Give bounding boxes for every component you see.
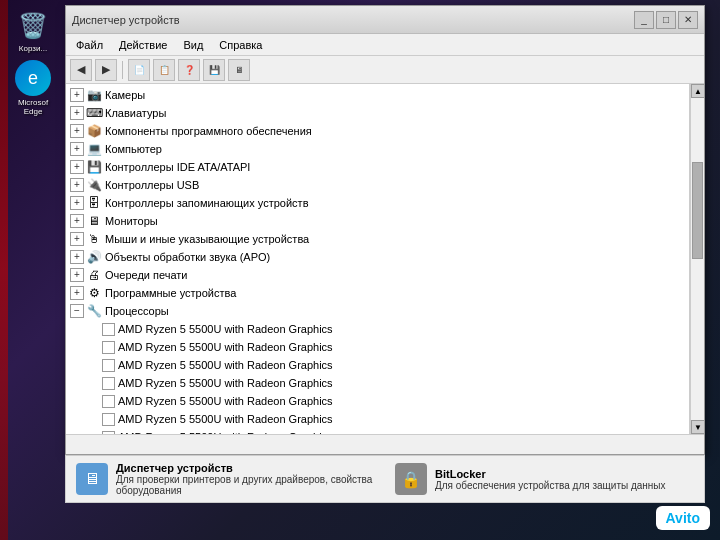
tree-expand-button[interactable]: + (70, 250, 84, 264)
toolbar: ◀ ▶ 📄 📋 ❓ 💾 🖥 (66, 56, 704, 84)
tree-item-icon: 🖱 (86, 231, 102, 247)
tree-item[interactable]: +💾Контроллеры IDE ATA/ATAPI (66, 158, 689, 176)
tree-item-icon: 🔧 (86, 303, 102, 319)
window-controls: _ □ ✕ (634, 11, 698, 29)
desktop: 🗑️ Корзи... e MicrosofEdge Диспетчер уст… (0, 0, 720, 540)
tree-item-icon: 🔌 (86, 177, 102, 193)
tree-expand-button[interactable]: + (70, 106, 84, 120)
cpu-checkbox[interactable] (102, 377, 115, 390)
tree-expand-button[interactable]: + (70, 88, 84, 102)
tree-expand-button[interactable]: − (70, 304, 84, 318)
tree-item-label: Объекты обработки звука (APO) (105, 251, 685, 263)
tree-expand-button[interactable]: + (70, 178, 84, 192)
minimize-button[interactable]: _ (634, 11, 654, 29)
tree-expand-button[interactable]: + (70, 232, 84, 246)
edge-icon-image: e (15, 60, 51, 96)
scan-button[interactable]: 💾 (203, 59, 225, 81)
window-title: Диспетчер устройств (72, 14, 180, 26)
maximize-button[interactable]: □ (656, 11, 676, 29)
tree-expand-button[interactable]: + (70, 214, 84, 228)
tree-expand-button[interactable]: + (70, 286, 84, 300)
scroll-up-button[interactable]: ▲ (691, 84, 704, 98)
tree-item[interactable]: +🖱Мыши и иные указывающие устройства (66, 230, 689, 248)
tree-item[interactable]: +🖥Мониторы (66, 212, 689, 230)
bitlocker-card-title: BitLocker (435, 468, 666, 480)
back-button[interactable]: ◀ (70, 59, 92, 81)
properties-button[interactable]: 📄 (128, 59, 150, 81)
menu-action[interactable]: Действие (113, 37, 173, 53)
device-manager-card-icon: 🖥 (76, 463, 108, 495)
tree-expand-button[interactable]: + (70, 160, 84, 174)
computer-button[interactable]: 🖥 (228, 59, 250, 81)
tree-expand-button[interactable]: + (70, 268, 84, 282)
tree-item-label: Контроллеры IDE ATA/ATAPI (105, 161, 685, 173)
tree-item[interactable]: +🖨Очереди печати (66, 266, 689, 284)
edge-icon-label: MicrosofEdge (18, 98, 48, 116)
tree-item-icon: 💻 (86, 141, 102, 157)
tree-item-label: AMD Ryzen 5 5500U with Radeon Graphics (118, 377, 685, 389)
tree-item-icon: ⚙ (86, 285, 102, 301)
tree-item-label: Клавиатуры (105, 107, 685, 119)
recycle-bin-icon[interactable]: 🗑️ Корзи... (8, 8, 58, 53)
tree-item[interactable]: AMD Ryzen 5 5500U with Radeon Graphics (66, 410, 689, 428)
tree-item[interactable]: +🔊Объекты обработки звука (APO) (66, 248, 689, 266)
tree-item[interactable]: +📷Камеры (66, 86, 689, 104)
tree-expand-button[interactable]: + (70, 124, 84, 138)
scroll-down-button[interactable]: ▼ (691, 420, 704, 434)
tree-item[interactable]: AMD Ryzen 5 5500U with Radeon Graphics (66, 374, 689, 392)
cpu-checkbox[interactable] (102, 323, 115, 336)
tree-item[interactable]: AMD Ryzen 5 5500U with Radeon Graphics (66, 320, 689, 338)
tree-expand-button[interactable]: + (70, 196, 84, 210)
tree-item[interactable]: +⌨Клавиатуры (66, 104, 689, 122)
edge-icon[interactable]: e MicrosofEdge (8, 60, 58, 116)
tree-item[interactable]: +🔌Контроллеры USB (66, 176, 689, 194)
cpu-checkbox[interactable] (102, 359, 115, 372)
content-area: +📷Камеры+⌨Клавиатуры+📦Компоненты програм… (66, 84, 704, 434)
forward-button[interactable]: ▶ (95, 59, 117, 81)
tree-item[interactable]: +📦Компоненты программного обеспечения (66, 122, 689, 140)
update-button[interactable]: 📋 (153, 59, 175, 81)
tree-item-label: Процессоры (105, 305, 685, 317)
tree-item[interactable]: −🔧Процессоры (66, 302, 689, 320)
tree-item[interactable]: +⚙Программные устройства (66, 284, 689, 302)
tree-item[interactable]: AMD Ryzen 5 5500U with Radeon Graphics (66, 338, 689, 356)
menu-view[interactable]: Вид (177, 37, 209, 53)
tree-item-label: AMD Ryzen 5 5500U with Radeon Graphics (118, 341, 685, 353)
menubar: Файл Действие Вид Справка (66, 34, 704, 56)
cpu-checkbox[interactable] (102, 395, 115, 408)
bitlocker-card-text: BitLocker Для обеспечения устройства для… (435, 468, 666, 491)
bitlocker-card-icon: 🔒 (395, 463, 427, 495)
close-button[interactable]: ✕ (678, 11, 698, 29)
bitlocker-card[interactable]: 🔒 BitLocker Для обеспечения устройства д… (395, 462, 694, 496)
bottom-panel: 🖥 Диспетчер устройств Для проверки принт… (65, 455, 705, 503)
tree-item-icon: 💾 (86, 159, 102, 175)
device-manager-card-desc: Для проверки принтеров и других драйверо… (116, 474, 375, 496)
device-manager-card[interactable]: 🖥 Диспетчер устройств Для проверки принт… (76, 462, 375, 496)
tree-item-label: Компоненты программного обеспечения (105, 125, 685, 137)
device-manager-window: Диспетчер устройств _ □ ✕ Файл Действие … (65, 5, 705, 455)
cpu-checkbox[interactable] (102, 341, 115, 354)
tree-item[interactable]: AMD Ryzen 5 5500U with Radeon Graphics (66, 356, 689, 374)
menu-help[interactable]: Справка (213, 37, 268, 53)
menu-file[interactable]: Файл (70, 37, 109, 53)
tree-item[interactable]: AMD Ryzen 5 5500U with Radeon Graphics (66, 392, 689, 410)
tree-item-label: AMD Ryzen 5 5500U with Radeon Graphics (118, 359, 685, 371)
tree-item-icon: 🗄 (86, 195, 102, 211)
scroll-track (691, 98, 704, 420)
avito-badge: Avito (656, 506, 710, 530)
tree-item[interactable]: +💻Компьютер (66, 140, 689, 158)
help-button[interactable]: ❓ (178, 59, 200, 81)
tree-item-label: AMD Ryzen 5 5500U with Radeon Graphics (118, 413, 685, 425)
scroll-thumb[interactable] (692, 162, 703, 259)
tree-item-label: Компьютер (105, 143, 685, 155)
tree-expand-button[interactable]: + (70, 142, 84, 156)
tree-item-icon: 🖥 (86, 213, 102, 229)
cpu-checkbox[interactable] (102, 413, 115, 426)
device-tree[interactable]: +📷Камеры+⌨Клавиатуры+📦Компоненты програм… (66, 84, 690, 434)
tree-item[interactable]: +🗄Контроллеры запоминающих устройств (66, 194, 689, 212)
device-manager-card-title: Диспетчер устройств (116, 462, 375, 474)
tree-item-label: Контроллеры USB (105, 179, 685, 191)
tree-item-label: Программные устройства (105, 287, 685, 299)
scrollbar[interactable]: ▲ ▼ (690, 84, 704, 434)
tree-item-icon: ⌨ (86, 105, 102, 121)
